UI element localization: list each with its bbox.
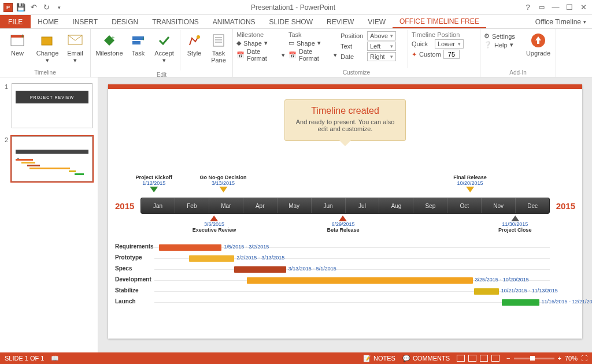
milestone-executive-review[interactable]: 3/6/2015Executive Review [193, 215, 236, 233]
svg-text:+: + [142, 36, 145, 42]
window-title: Presentation1 - PowerPoint [65, 3, 521, 12]
task-shape-button[interactable]: ▭ Shape ▾ [288, 39, 337, 47]
thumbnail-2[interactable] [12, 136, 92, 181]
svg-rect-11 [213, 35, 224, 46]
svg-rect-8 [132, 41, 140, 44]
task-dateformat-button[interactable]: 📅 Date Format ▾ [288, 48, 337, 62]
task-button[interactable]: +Task [128, 30, 149, 57]
tab-review[interactable]: REVIEW [320, 15, 361, 28]
maximize-icon[interactable]: ☐ [563, 2, 576, 13]
milestone-go-no-go-decision[interactable]: Go No-go Decision3/13/2015 [200, 174, 247, 192]
help-button[interactable]: ❔ Help ▾ [484, 41, 521, 49]
qat-save[interactable]: 💾 [15, 2, 27, 13]
tab-transitions[interactable]: TRANSITIONS [145, 15, 206, 28]
thumbnail-1[interactable]: PROJECT REVIEW [12, 83, 92, 128]
settings-button[interactable]: ⚙ Settings [484, 32, 521, 40]
comments-button[interactable]: 💬 COMMENTS [402, 355, 450, 362]
position-select[interactable]: Above [367, 31, 396, 40]
fit-window-icon[interactable]: ⛶ [581, 355, 587, 362]
sorter-view-icon[interactable] [468, 355, 476, 362]
task-specs[interactable]: Specs3/13/2015 - 5/1/2015 [108, 265, 550, 274]
milestone-final-release[interactable]: Final Release10/20/2015 [453, 174, 487, 192]
normal-view-icon[interactable] [457, 355, 465, 362]
status-bar: SLIDE 1 OF 1 📖 📝 NOTES 💬 COMMENTS − + 70… [0, 352, 592, 364]
milestone-shape-button[interactable]: ◆ Shape ▾ [236, 39, 285, 47]
spellcheck-icon[interactable]: 📖 [51, 355, 59, 362]
qat-undo[interactable]: ↶ [28, 2, 39, 13]
milestone-beta-release[interactable]: 6/29/2015Beta Release [327, 215, 359, 233]
slide-editor[interactable]: Timeline created And ready to present. Y… [98, 77, 592, 352]
tab-file[interactable]: FILE [0, 15, 31, 28]
tab-animations[interactable]: ANIMATIONS [206, 15, 262, 28]
milestone-dateformat-button[interactable]: 📅 Date Format ▾ [236, 48, 285, 62]
task-stabilize[interactable]: Stabilize10/21/2015 - 11/13/2015 [108, 287, 550, 296]
ribbon-options-icon[interactable]: ▭ [535, 2, 548, 13]
date-select[interactable]: Right [367, 52, 396, 61]
ribbon-group-edit: +Milestone +Task Accept▾ Style Task Pane… [91, 29, 233, 77]
year-right: 2015 [556, 201, 575, 211]
tab-view[interactable]: VIEW [361, 15, 393, 28]
task-launch[interactable]: Launch11/16/2015 - 12/21/2015 [108, 298, 550, 307]
ribbon-group-timeline: +New Change▾ Email▾ Timeline [0, 29, 91, 77]
qat-redo[interactable]: ↻ [40, 2, 52, 13]
svg-point-10 [197, 35, 200, 39]
tab-insert[interactable]: INSERT [65, 15, 105, 28]
zoom-level[interactable]: 70% [565, 355, 578, 362]
text-select[interactable]: Left [367, 42, 396, 51]
svg-text:+: + [21, 33, 24, 39]
timeline-months: JanFebMarAprMayJunJulAugSepOctNovDec [140, 198, 550, 214]
task-pane-button[interactable]: Task Pane [208, 30, 229, 64]
email-button[interactable]: Email▾ [64, 30, 87, 64]
tab-design[interactable]: DESIGN [105, 15, 145, 28]
milestone-button[interactable]: +Milestone [94, 30, 124, 57]
close-icon[interactable]: ✕ [577, 2, 590, 13]
task-prototype[interactable]: Prototype2/2/2015 - 3/13/2015 [108, 254, 550, 263]
svg-rect-3 [42, 37, 52, 45]
tab-slide-show[interactable]: SLIDE SHOW [262, 15, 320, 28]
svg-text:+: + [111, 34, 114, 41]
task-requirements[interactable]: Requirements1/5/2015 - 3/2/2015 [108, 243, 550, 252]
upgrade-button[interactable]: Upgrade [524, 30, 552, 57]
accept-button[interactable]: Accept▾ [152, 30, 176, 64]
slide-canvas[interactable]: Timeline created And ready to present. Y… [108, 84, 582, 339]
milestone-project-close[interactable]: 11/30/2015Project Close [498, 215, 532, 233]
ribbon-group-addin: ⚙ Settings ❔ Help ▾ Upgrade Add-In [480, 29, 556, 77]
tab-home[interactable]: HOME [31, 15, 65, 28]
new-button[interactable]: +New [3, 30, 31, 57]
style-button[interactable]: Style [184, 30, 205, 57]
app-icon[interactable]: P [2, 2, 14, 13]
zoom-in-icon[interactable]: + [558, 355, 561, 362]
quick-select[interactable]: Lower [435, 39, 464, 49]
zoom-out-icon[interactable]: − [506, 355, 510, 362]
minimize-icon[interactable]: — [549, 2, 562, 13]
reading-view-icon[interactable] [480, 355, 488, 362]
change-button[interactable]: Change▾ [35, 30, 60, 64]
year-left: 2015 [115, 201, 134, 211]
slide-indicator: SLIDE 1 OF 1 [5, 355, 44, 362]
tab-office-timeline-free[interactable]: OFFICE TIMELINE FREE [393, 15, 486, 28]
task-development[interactable]: Development3/25/2015 - 10/20/2015 [108, 276, 550, 285]
zoom-slider[interactable] [514, 358, 554, 359]
help-icon[interactable]: ? [521, 2, 534, 13]
slide-thumbnails: 1 PROJECT REVIEW 2 [0, 77, 98, 352]
qat-customize[interactable]: ▾ [53, 2, 65, 13]
milestone-project-kickoff[interactable]: Project Kickoff1/12/2015 [136, 174, 173, 192]
custom-position-input[interactable] [443, 50, 460, 59]
office-timeline-menu[interactable]: Office Timeline ▾ [530, 15, 592, 28]
slideshow-view-icon[interactable] [491, 355, 500, 362]
notes-button[interactable]: 📝 NOTES [363, 355, 395, 362]
info-callout: Timeline created And ready to present. Y… [284, 99, 406, 141]
ribbon-group-customize: Milestone ◆ Shape ▾ 📅 Date Format ▾ Task… [233, 29, 480, 77]
